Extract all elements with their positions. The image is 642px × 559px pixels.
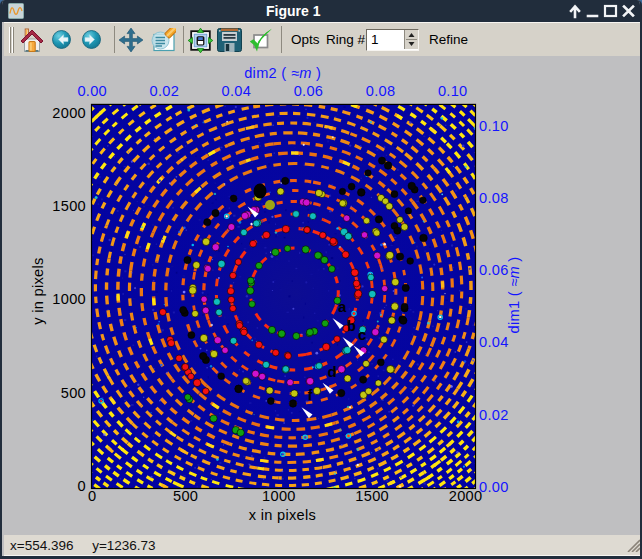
svg-text:0.08: 0.08	[366, 83, 396, 99]
svg-text:500: 500	[61, 385, 86, 401]
svg-text:0.10: 0.10	[438, 83, 468, 99]
svg-text:d: d	[328, 363, 337, 380]
svg-text:1000: 1000	[52, 291, 86, 307]
svg-text:0: 0	[88, 488, 96, 504]
svg-text:2000: 2000	[449, 488, 483, 504]
svg-text:0.02: 0.02	[479, 407, 509, 423]
svg-text:0.10: 0.10	[479, 118, 509, 134]
svg-text:c: c	[358, 326, 366, 343]
svg-text:0.00: 0.00	[77, 83, 107, 99]
svg-text:1500: 1500	[52, 198, 86, 214]
svg-text:y in pixels: y in pixels	[30, 257, 46, 324]
svg-text:dim2 ( ≈m ): dim2 ( ≈m )	[244, 65, 321, 81]
svg-text:a: a	[338, 298, 347, 315]
svg-text:0.06: 0.06	[294, 83, 324, 99]
svg-text:dim1 ( ≈m ): dim1 ( ≈m )	[506, 257, 522, 334]
svg-text:0.00: 0.00	[479, 479, 509, 495]
svg-text:0.08: 0.08	[479, 190, 509, 206]
svg-text:0.06: 0.06	[479, 262, 509, 278]
svg-text:0: 0	[78, 478, 86, 494]
svg-text:x in pixels: x in pixels	[249, 507, 316, 523]
svg-text:1500: 1500	[355, 488, 389, 504]
svg-text:0.02: 0.02	[149, 83, 179, 99]
svg-text:1000: 1000	[262, 488, 296, 504]
svg-text:2000: 2000	[52, 105, 86, 121]
svg-text:0.04: 0.04	[479, 334, 509, 350]
svg-text:b: b	[347, 317, 356, 334]
svg-text:500: 500	[173, 488, 198, 504]
svg-text:0.04: 0.04	[222, 83, 252, 99]
